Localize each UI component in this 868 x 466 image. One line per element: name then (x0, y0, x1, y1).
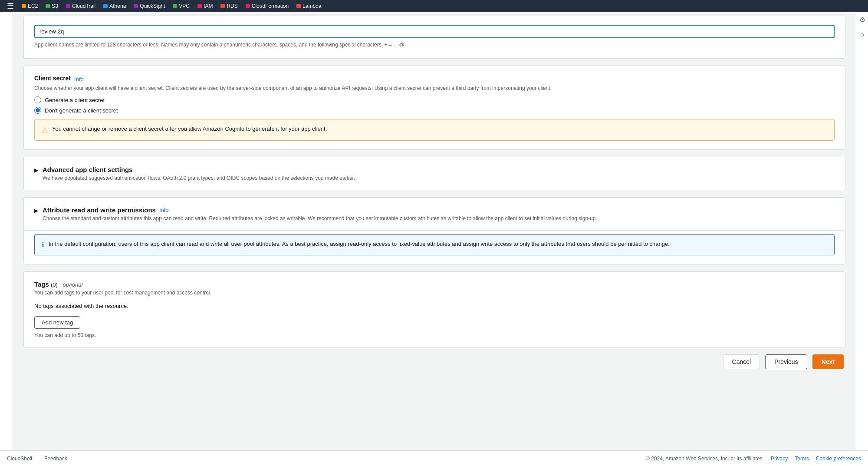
rds-icon (220, 4, 225, 8)
attribute-permissions-header[interactable]: ▶ Attribute read and write permissions I… (24, 198, 845, 231)
warning-icon: ⚠ (42, 126, 48, 134)
attribute-permissions-description: Choose the standard and custom attribute… (43, 215, 597, 221)
nav-item-athena[interactable]: Athena (100, 2, 129, 10)
advanced-settings-description: We have populated suggested authenticati… (43, 175, 355, 181)
nav-item-s3[interactable]: S3 (42, 2, 62, 10)
attribute-permissions-arrow-icon: ▶ (34, 208, 38, 214)
info-circle-icon: ℹ (42, 241, 44, 249)
circle-icon[interactable]: ○ (860, 31, 865, 39)
sidebar-toggle-button[interactable]: ☰ (3, 0, 17, 12)
client-secret-section: Client secret Info Choose whether your a… (23, 66, 845, 150)
attribute-permissions-title: Attribute read and write permissions (43, 206, 156, 214)
settings-icon[interactable]: ⚙ (859, 16, 865, 24)
generate-secret-radio[interactable] (34, 96, 41, 103)
client-secret-info-link[interactable]: Info (74, 76, 84, 83)
client-secret-warning-box: ⚠ You cannot change or remove a client s… (34, 119, 835, 141)
main-layout: App client names are limited to 128 char… (0, 12, 868, 450)
advanced-settings-title: Advanced app client settings (43, 166, 355, 173)
nav-item-iam[interactable]: IAM (194, 2, 216, 10)
terms-link[interactable]: Terms (795, 456, 809, 462)
nav-item-quicksight[interactable]: QuickSight (130, 2, 168, 10)
right-sidebar: ⚙ ○ (856, 12, 868, 450)
privacy-link[interactable]: Privacy (771, 456, 788, 462)
nav-item-ec2[interactable]: EC2 (18, 2, 41, 10)
action-bar: Cancel Previous Next (23, 354, 845, 369)
cloudtrail-icon (66, 4, 70, 8)
next-button[interactable]: Next (812, 354, 844, 369)
attribute-permissions-body: ℹ In the default configuration, users of… (24, 234, 845, 264)
no-tags-text: No tags associated with the resource. (34, 303, 835, 309)
attribute-permissions-info-link[interactable]: Info (159, 207, 169, 213)
attribute-permissions-section: ▶ Attribute read and write permissions I… (23, 197, 845, 264)
tags-description: You can add tags to your user pool for c… (34, 290, 835, 296)
nav-item-vpc[interactable]: VPC (169, 2, 193, 10)
s3-icon (46, 4, 50, 8)
app-client-name-hint: App client names are limited to 128 char… (34, 42, 835, 48)
tags-section: Tags (0) - optional You can add tags to … (23, 271, 845, 347)
advanced-settings-header[interactable]: ▶ Advanced app client settings We have p… (24, 157, 845, 190)
add-new-tag-button[interactable]: Add new tag (34, 316, 80, 329)
footer: CloudShell Feedback © 2024, Amazon Web S… (0, 450, 868, 466)
nav-item-rds[interactable]: RDS (217, 2, 241, 10)
dont-generate-secret-radio[interactable] (34, 107, 41, 114)
tags-count: (0) (51, 281, 58, 288)
advanced-settings-section: ▶ Advanced app client settings We have p… (23, 157, 845, 190)
nav-item-cloudformation[interactable]: CloudFormation (242, 2, 292, 10)
client-secret-label: Client secret (34, 75, 71, 82)
nav-item-cloudtrail[interactable]: CloudTrail (62, 2, 99, 10)
vpc-icon (173, 4, 177, 8)
cloudformation-icon (246, 4, 250, 8)
cloudshell-button[interactable]: CloudShell (7, 456, 32, 462)
attribute-permissions-info-box: ℹ In the default configuration, users of… (34, 234, 835, 255)
top-navigation: ☰ EC2 S3 CloudTrail Athena QuickSight VP… (0, 0, 868, 12)
tags-title: Tags (34, 281, 49, 288)
left-sidebar (0, 12, 13, 450)
main-content: App client names are limited to 128 char… (13, 12, 856, 450)
tags-optional-label: - optional (59, 281, 82, 288)
nav-item-lambda[interactable]: Lambda (293, 2, 325, 10)
previous-button[interactable]: Previous (765, 354, 807, 369)
cookie-preferences-link[interactable]: Cookie preferences (816, 456, 861, 462)
cancel-button[interactable]: Cancel (723, 354, 760, 369)
feedback-button[interactable]: Feedback (44, 456, 67, 462)
client-secret-warning-text: You cannot change or remove a client sec… (52, 126, 327, 132)
lambda-icon (296, 4, 301, 8)
tags-limit-hint: You can add up to 50 tags. (34, 332, 835, 338)
quicksight-icon (134, 4, 138, 8)
copyright-text: © 2024, Amazon Web Services, Inc. or its… (646, 456, 764, 462)
client-secret-description: Choose whether your app client will have… (34, 85, 835, 91)
ec2-icon (22, 4, 26, 8)
app-client-name-input[interactable] (34, 25, 835, 38)
advanced-settings-arrow-icon: ▶ (34, 167, 38, 173)
app-client-name-section: App client names are limited to 128 char… (23, 16, 845, 59)
generate-secret-option[interactable]: Generate a client secret (34, 96, 835, 103)
athena-icon (103, 4, 108, 8)
iam-icon (197, 4, 202, 8)
attribute-permissions-info-text: In the default configuration, users of t… (49, 241, 670, 247)
dont-generate-secret-option[interactable]: Don't generate a client secret (34, 107, 835, 114)
client-secret-radio-group: Generate a client secret Don't generate … (34, 96, 835, 114)
